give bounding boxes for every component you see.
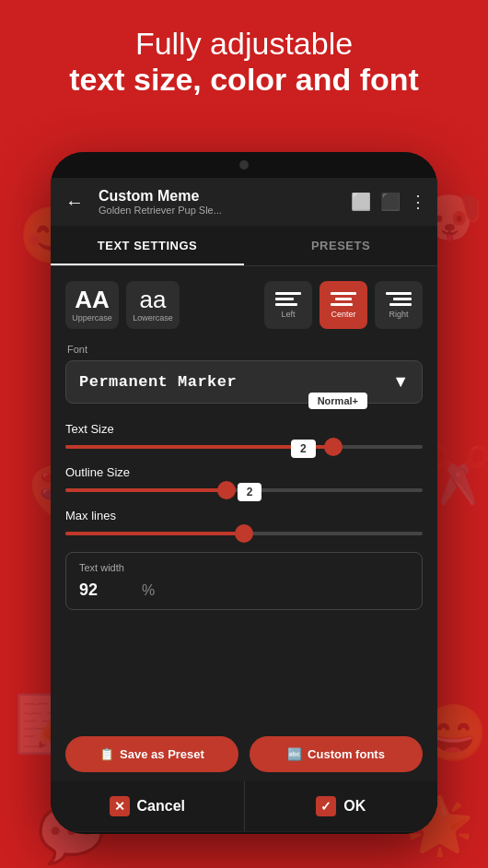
outline-size-thumb[interactable]: [217, 481, 236, 499]
align-center-button[interactable]: Center: [320, 281, 367, 329]
tab-bar: TEXT SETTINGS PRESETS: [51, 226, 437, 266]
outline-size-label: Outline Size: [65, 465, 423, 479]
ok-button[interactable]: ✓ OK: [245, 781, 438, 831]
ok-label: OK: [343, 798, 366, 815]
text-width-label: Text width: [79, 562, 409, 573]
hero-section: Fully adjustable text size, color and fo…: [0, 26, 488, 98]
cancel-label: Cancel: [137, 798, 185, 815]
app-subtitle: Golden Retriever Pup Sle...: [99, 205, 343, 216]
back-button[interactable]: ←: [62, 188, 87, 217]
hero-line2: text size, color and font: [0, 62, 488, 98]
ok-icon: ✓: [316, 796, 336, 816]
bottom-nav: ↩ Undo (0) ↻ Rotate ⬇ Save ↗ Share: [51, 831, 437, 834]
case-align-row: AA Uppercase aa Lowercase Left: [65, 281, 423, 329]
align-right-button[interactable]: Right: [375, 281, 423, 329]
header-title-block: Custom Meme Golden Retriever Pup Sle...: [99, 188, 343, 216]
text-size-track: [65, 445, 423, 449]
cancel-ok-bar: ✕ Cancel ✓ OK: [51, 781, 437, 831]
tab-text-settings[interactable]: TEXT SETTINGS: [51, 226, 244, 265]
uppercase-button[interactable]: AA Uppercase: [65, 281, 119, 329]
cancel-icon: ✕: [110, 796, 130, 816]
text-size-thumb[interactable]: [324, 438, 343, 456]
custom-fonts-label: Custom fonts: [308, 747, 385, 761]
max-lines-section: 2 Max lines: [65, 509, 423, 535]
text-width-section: Text width %: [65, 552, 423, 610]
app-header: ← Custom Meme Golden Retriever Pup Sle..…: [51, 178, 437, 226]
action-buttons: 📋 Save as Preset 🔤 Custom fonts: [51, 727, 437, 781]
panel-content: AA Uppercase aa Lowercase Left: [51, 266, 437, 727]
text-size-section: Normal+ Text Size: [65, 422, 423, 449]
header-icons: ⬜ ⬛ ⋮: [351, 192, 426, 212]
more-icon[interactable]: ⋮: [410, 192, 426, 212]
crop-icon[interactable]: ⬜: [351, 192, 371, 212]
align-left-button[interactable]: Left: [264, 281, 312, 329]
max-lines-thumb[interactable]: [235, 524, 253, 543]
phone-shell: ← Custom Meme Golden Retriever Pup Sle..…: [51, 152, 437, 834]
text-size-badge: Normal+: [308, 393, 367, 409]
hero-line1: Fully adjustable: [0, 26, 488, 62]
max-lines-track: [65, 532, 423, 535]
save-preset-button[interactable]: 📋 Save as Preset: [65, 736, 238, 772]
phone-camera: [239, 160, 249, 170]
dropdown-arrow-icon: ▼: [392, 372, 409, 392]
cancel-button[interactable]: ✕ Cancel: [51, 781, 245, 831]
custom-fonts-button[interactable]: 🔤 Custom fonts: [250, 736, 423, 772]
save-preset-label: Save as Preset: [120, 747, 204, 761]
app-title: Custom Meme: [99, 188, 343, 205]
phone-topbar: [51, 152, 437, 178]
align-buttons: Left Center Right: [264, 281, 423, 329]
text-size-label: Text Size: [65, 422, 423, 436]
percent-symbol: %: [142, 582, 155, 599]
font-value: Permanent Marker: [79, 373, 237, 391]
custom-fonts-icon: 🔤: [287, 747, 302, 761]
font-label: Font: [65, 344, 423, 355]
max-lines-label: Max lines: [65, 509, 423, 522]
tab-presets[interactable]: PRESETS: [244, 226, 437, 265]
outline-size-badge: 2: [291, 440, 316, 458]
max-lines-badge: 2: [238, 483, 262, 501]
lowercase-button[interactable]: aa Lowercase: [126, 281, 180, 329]
font-dropdown[interactable]: Permanent Marker ▼: [65, 360, 423, 404]
text-width-input[interactable]: [79, 581, 134, 600]
save-preset-icon: 📋: [99, 747, 114, 761]
transform-icon[interactable]: ⬛: [380, 192, 401, 212]
